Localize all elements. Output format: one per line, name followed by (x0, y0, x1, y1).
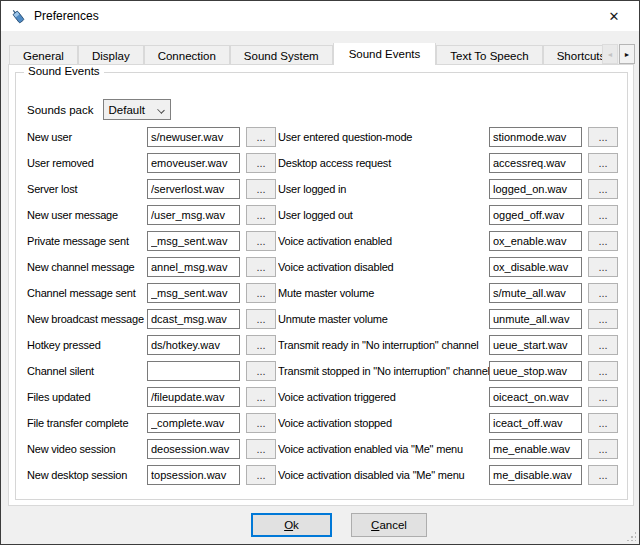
cancel-button[interactable]: Cancel (351, 513, 427, 537)
browse-button[interactable]: ... (588, 283, 618, 303)
sound-file-input[interactable] (489, 257, 582, 277)
sound-file-input[interactable] (489, 439, 582, 459)
sound-file-input[interactable] (147, 387, 240, 407)
sound-file-input[interactable] (147, 465, 240, 485)
browse-button[interactable]: ... (246, 335, 276, 355)
sound-file-input[interactable] (489, 205, 582, 225)
sounds-pack-row: Sounds pack Default (27, 99, 171, 120)
browse-button[interactable]: ... (246, 231, 276, 251)
browse-button[interactable]: ... (588, 153, 618, 173)
sound-event-label: New broadcast message (27, 313, 147, 325)
sound-events-groupbox: Sound Events Sounds pack Default New use… (15, 72, 628, 500)
sound-event-label: User entered question-mode (278, 131, 489, 143)
sound-event-label: Voice activation enabled via "Me" menu (278, 443, 489, 455)
sound-event-label: Files updated (27, 391, 147, 403)
browse-button[interactable]: ... (588, 231, 618, 251)
browse-button[interactable]: ... (588, 413, 618, 433)
sound-file-input[interactable] (489, 283, 582, 303)
sound-events-page: Sound Events Sounds pack Default New use… (8, 64, 634, 506)
sounds-pack-value: Default (109, 104, 145, 116)
sound-event-label: Channel silent (27, 365, 147, 377)
sound-file-input[interactable] (147, 413, 240, 433)
browse-button[interactable]: ... (588, 179, 618, 199)
tab-general[interactable]: General (9, 45, 78, 65)
sound-file-input[interactable] (147, 335, 240, 355)
browse-button[interactable]: ... (246, 361, 276, 381)
browse-button[interactable]: ... (246, 257, 276, 277)
sound-event-label: Voice activation disabled via "Me" menu (278, 469, 489, 481)
browse-button[interactable]: ... (246, 387, 276, 407)
tab-scroll-right-icon[interactable]: ► (619, 44, 635, 64)
sound-event-label: Server lost (27, 183, 147, 195)
sound-event-label: Transmit ready in "No interruption" chan… (278, 339, 489, 351)
browse-button[interactable]: ... (246, 283, 276, 303)
sound-file-input[interactable] (489, 465, 582, 485)
tab-scroll-left-icon[interactable]: ◄ (602, 44, 618, 64)
sound-file-input[interactable] (489, 231, 582, 251)
browse-button[interactable]: ... (246, 153, 276, 173)
resize-grip[interactable] (626, 531, 636, 541)
tab-text-to-speech[interactable]: Text To Speech (436, 45, 542, 65)
browse-button[interactable]: ... (588, 257, 618, 277)
sound-file-input[interactable] (489, 413, 582, 433)
sound-file-input[interactable] (147, 179, 240, 199)
browse-button[interactable]: ... (588, 127, 618, 147)
close-icon[interactable]: ✕ (597, 1, 631, 31)
chevron-down-icon (157, 106, 165, 114)
window-title: Preferences (34, 9, 99, 23)
tab-sound-events[interactable]: Sound Events (333, 43, 437, 65)
sound-file-input[interactable] (489, 335, 582, 355)
sound-file-input[interactable] (489, 127, 582, 147)
sound-file-input[interactable] (489, 309, 582, 329)
sounds-pack-select[interactable]: Default (103, 99, 171, 120)
sound-event-label: New channel message (27, 261, 147, 273)
teamtalk-logo-icon (10, 8, 27, 25)
sound-event-label: New user (27, 131, 147, 143)
tab-shortcuts[interactable]: Shortcuts (543, 45, 603, 65)
ok-button[interactable]: Ok (251, 513, 332, 537)
browse-button[interactable]: ... (246, 179, 276, 199)
browse-button[interactable]: ... (588, 387, 618, 407)
browse-button[interactable]: ... (246, 413, 276, 433)
sound-event-label: Desktop access request (278, 157, 489, 169)
sound-event-label: Mute master volume (278, 287, 489, 299)
sound-file-input[interactable] (489, 361, 582, 381)
browse-button[interactable]: ... (588, 465, 618, 485)
sound-file-input[interactable] (147, 361, 240, 381)
sound-event-label: Voice activation disabled (278, 261, 489, 273)
sound-event-label: Voice activation triggered (278, 391, 489, 403)
tab-sound-system[interactable]: Sound System (230, 45, 333, 65)
sound-file-input[interactable] (147, 257, 240, 277)
browse-button[interactable]: ... (588, 205, 618, 225)
sound-events-grid: New user...User entered question-mode...… (27, 124, 612, 488)
sound-file-input[interactable] (147, 153, 240, 173)
sound-file-input[interactable] (147, 439, 240, 459)
sound-event-label: Channel message sent (27, 287, 147, 299)
browse-button[interactable]: ... (246, 205, 276, 225)
sound-file-input[interactable] (147, 127, 240, 147)
groupbox-title: Sound Events (24, 65, 104, 77)
preferences-dialog: Preferences ✕ GeneralDisplayConnectionSo… (0, 0, 640, 545)
sound-file-input[interactable] (489, 179, 582, 199)
browse-button[interactable]: ... (588, 361, 618, 381)
browse-button[interactable]: ... (246, 127, 276, 147)
tab-display[interactable]: Display (78, 45, 144, 65)
sound-file-input[interactable] (147, 205, 240, 225)
sound-event-label: Private message sent (27, 235, 147, 247)
sound-file-input[interactable] (147, 231, 240, 251)
sound-file-input[interactable] (489, 153, 582, 173)
sound-file-input[interactable] (147, 283, 240, 303)
browse-button[interactable]: ... (588, 335, 618, 355)
browse-button[interactable]: ... (246, 309, 276, 329)
browse-button[interactable]: ... (588, 309, 618, 329)
sound-event-label: New video session (27, 443, 147, 455)
tab-strip: GeneralDisplayConnectionSound SystemSoun… (9, 43, 603, 65)
sound-file-input[interactable] (489, 387, 582, 407)
browse-button[interactable]: ... (246, 439, 276, 459)
sound-event-label: Voice activation enabled (278, 235, 489, 247)
sound-file-input[interactable] (147, 309, 240, 329)
sound-event-label: User logged in (278, 183, 489, 195)
tab-connection[interactable]: Connection (144, 45, 230, 65)
browse-button[interactable]: ... (588, 439, 618, 459)
browse-button[interactable]: ... (246, 465, 276, 485)
